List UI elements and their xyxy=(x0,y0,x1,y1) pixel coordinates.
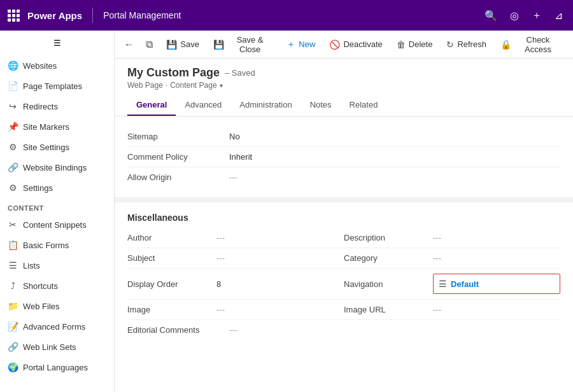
sidebar-item-website-bindings[interactable]: 🔗 Website Bindings xyxy=(0,157,114,178)
form-col-display-order: Display Order 8 xyxy=(127,279,344,289)
sidebar-label-basic-forms: Basic Forms xyxy=(23,241,69,250)
delete-button[interactable]: 🗑 Delete xyxy=(390,36,439,53)
sidebar-item-web-link-sets[interactable]: 🔗 Web Link Sets xyxy=(0,337,114,357)
subject-value: --- xyxy=(216,253,225,263)
new-button[interactable]: ＋ New xyxy=(280,36,322,53)
form-section-general: Sitemap No Comment Policy Inherit Allow … xyxy=(127,116,560,197)
settings-circle-icon[interactable]: ◎ xyxy=(507,7,521,24)
image-url-value: --- xyxy=(433,305,441,314)
tabs-bar: General Advanced Administration Notes Re… xyxy=(115,95,573,116)
misc-form-content: Author --- Description --- Subject --- xyxy=(115,228,573,340)
image-value: --- xyxy=(216,305,225,314)
sidebar-item-page-templates[interactable]: 📄 Page Templates xyxy=(0,76,114,96)
navigation-list-icon: ☰ xyxy=(439,279,447,289)
section-divider xyxy=(115,197,573,202)
shortcuts-icon: ⤴ xyxy=(8,281,18,291)
category-value: --- xyxy=(433,253,441,263)
sidebar-item-web-files[interactable]: 📁 Web Files xyxy=(0,296,114,316)
sidebar-label-web-link-sets: Web Link Sets xyxy=(23,342,76,352)
app-name: Power Apps xyxy=(27,10,82,21)
tab-general[interactable]: General xyxy=(127,95,176,116)
form-col-description: Description --- xyxy=(344,233,560,242)
navigation-value: Default xyxy=(451,279,479,289)
new-label: New xyxy=(299,39,315,49)
app-grid-icon[interactable] xyxy=(8,10,20,22)
description-label: Description xyxy=(344,233,433,242)
tab-related[interactable]: Related xyxy=(341,95,387,116)
form-col-navigation: Navigation ☰ Default xyxy=(344,274,560,294)
sidebar-label-websites: Websites xyxy=(23,61,57,71)
save-label: Save xyxy=(180,39,199,49)
form-row-sitemap: Sitemap No xyxy=(127,127,560,147)
sidebar-item-settings[interactable]: ⚙ Settings xyxy=(0,178,114,198)
tab-notes[interactable]: Notes xyxy=(301,95,341,116)
search-icon[interactable]: 🔍 xyxy=(482,7,500,24)
record-subtitle-part1: Web Page xyxy=(127,81,163,90)
delete-icon: 🗑 xyxy=(397,39,406,50)
record-subtitle-part2: Content Page xyxy=(170,81,216,90)
save-button[interactable]: 💾 Save xyxy=(160,36,206,53)
sidebar-label-redirects: Redirects xyxy=(23,102,58,111)
record-saved-status: – Saved xyxy=(225,68,255,78)
description-value: --- xyxy=(433,233,441,242)
chevron-down-icon[interactable]: ▾ xyxy=(220,82,223,89)
new-icon: ＋ xyxy=(286,39,295,50)
editorial-comments-label: Editorial Comments xyxy=(127,325,229,335)
sidebar-label-advanced-forms: Advanced Forms xyxy=(23,322,85,332)
sidebar-label-site-markers: Site Markers xyxy=(23,122,69,132)
save-close-icon: 💾 xyxy=(213,39,224,50)
add-icon[interactable]: ＋ xyxy=(529,6,544,25)
author-label: Author xyxy=(127,233,216,242)
sidebar-item-websites[interactable]: 🌐 Websites xyxy=(0,55,114,76)
content-area: ← ⧉ 💾 Save 💾 Save & Close ＋ New 🚫 Deacti… xyxy=(115,31,573,392)
save-close-label: Save & Close xyxy=(227,35,272,54)
sidebar-label-portal-languages: Portal Languages xyxy=(23,363,88,372)
content-section-label: Content xyxy=(0,198,114,214)
allow-origin-label: Allow Origin xyxy=(127,172,229,182)
sidebar-item-redirects[interactable]: ↪ Redirects xyxy=(0,96,114,116)
refresh-icon: ↻ xyxy=(446,39,454,50)
deactivate-button[interactable]: 🚫 Deactivate xyxy=(323,36,388,53)
sidebar-item-basic-forms[interactable]: 📋 Basic Forms xyxy=(0,235,114,255)
sidebar-label-lists: Lists xyxy=(23,261,40,270)
web-link-sets-icon: 🔗 xyxy=(8,342,18,352)
main-layout: ☰ 🌐 Websites 📄 Page Templates ↪ Redirect… xyxy=(0,31,573,392)
navigation-field[interactable]: ☰ Default xyxy=(433,274,560,294)
comment-policy-value: Inherit xyxy=(229,152,560,162)
sidebar-item-lists[interactable]: ☰ Lists xyxy=(0,255,114,276)
topbar-divider xyxy=(92,8,93,23)
save-icon: 💾 xyxy=(166,39,177,50)
form-row-editorial-comments: Editorial Comments --- xyxy=(127,320,560,340)
page-templates-icon: 📄 xyxy=(8,81,18,91)
refresh-button[interactable]: ↻ Refresh xyxy=(440,36,493,53)
form-col-category: Category --- xyxy=(344,253,560,263)
save-close-button[interactable]: 💾 Save & Close xyxy=(207,32,279,57)
copy-button[interactable]: ⧉ xyxy=(140,34,159,55)
category-label: Category xyxy=(344,253,433,263)
redirects-icon: ↪ xyxy=(8,101,18,111)
record-header: My Custom Page – Saved Web Page · Conten… xyxy=(115,59,573,90)
sidebar-hamburger[interactable]: ☰ xyxy=(0,31,114,55)
sidebar-item-advanced-forms[interactable]: 📝 Advanced Forms xyxy=(0,316,114,337)
check-access-button[interactable]: 🔒 Check Access xyxy=(494,32,568,57)
sidebar-item-portal-languages[interactable]: 🌍 Portal Languages xyxy=(0,357,114,377)
deactivate-icon: 🚫 xyxy=(329,39,340,50)
sidebar-item-shortcuts[interactable]: ⤴ Shortcuts xyxy=(0,276,114,296)
sidebar-label-page-templates: Page Templates xyxy=(23,81,82,91)
filter-icon[interactable]: ⊿ xyxy=(552,7,565,24)
content-snippets-icon: ✂ xyxy=(8,220,18,230)
command-bar: ← ⧉ 💾 Save 💾 Save & Close ＋ New 🚫 Deacti… xyxy=(115,31,573,59)
back-button[interactable]: ← xyxy=(120,34,139,55)
lists-icon: ☰ xyxy=(8,260,18,270)
image-label: Image xyxy=(127,305,216,314)
advanced-forms-icon: 📝 xyxy=(8,321,18,332)
sidebar-item-site-settings[interactable]: ⚙ Site Settings xyxy=(0,137,114,157)
sidebar-label-settings: Settings xyxy=(23,183,53,193)
sidebar-item-site-markers[interactable]: 📌 Site Markers xyxy=(0,116,114,137)
sidebar-label-site-settings: Site Settings xyxy=(23,143,69,152)
sidebar-item-content-snippets[interactable]: ✂ Content Snippets xyxy=(0,214,114,235)
form-col-author: Author --- xyxy=(127,233,344,242)
form-col-subject: Subject --- xyxy=(127,253,344,263)
tab-administration[interactable]: Administration xyxy=(230,95,301,116)
tab-advanced[interactable]: Advanced xyxy=(176,95,230,116)
